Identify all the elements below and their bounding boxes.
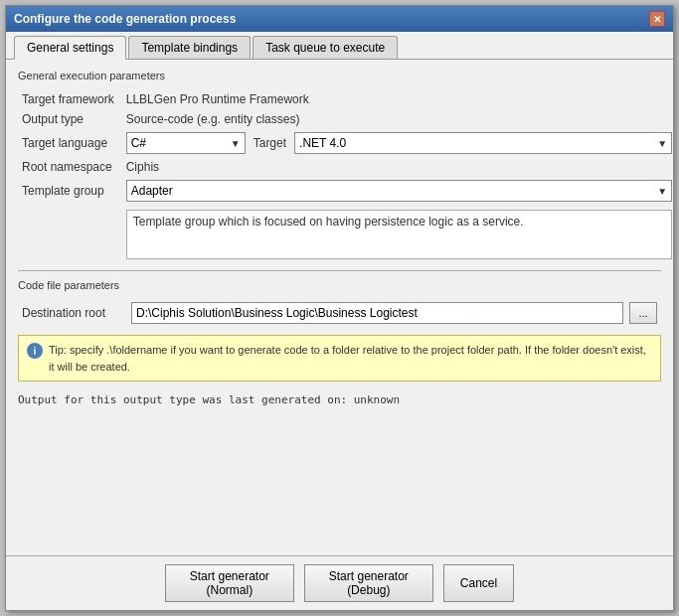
tip-box: i Tip: specify .\foldername if you want … bbox=[18, 335, 661, 382]
start-normal-button[interactable]: Start generator(Normal) bbox=[165, 564, 294, 602]
code-section-title: Code file parameters bbox=[18, 279, 661, 291]
dest-root-cell: ... bbox=[127, 299, 661, 327]
target-language-label: Target language bbox=[18, 129, 122, 157]
footer: Start generator(Normal) Start generator(… bbox=[6, 555, 673, 610]
tab-task-queue[interactable]: Task queue to execute bbox=[253, 36, 398, 59]
general-section-title: General execution parameters bbox=[18, 70, 661, 81]
target-language-arrow-icon: ▼ bbox=[231, 138, 241, 149]
template-group-arrow-icon: ▼ bbox=[657, 186, 667, 197]
tip-text: Tip: specify .\foldername if you want to… bbox=[49, 342, 652, 375]
table-row: Template group which is focused on havin… bbox=[18, 205, 673, 262]
table-row: Target framework LLBLGen Pro Runtime Fra… bbox=[18, 89, 673, 109]
content-area: General execution parameters Target fram… bbox=[6, 60, 673, 555]
template-group-dropdown[interactable]: Adapter ▼ bbox=[126, 180, 672, 202]
root-namespace-value: Ciphis bbox=[122, 157, 673, 177]
table-row: Output type Source-code (e.g. entity cla… bbox=[18, 109, 673, 129]
code-params-table: Destination root ... bbox=[18, 299, 661, 327]
start-debug-button[interactable]: Start generator(Debug) bbox=[304, 564, 433, 602]
root-namespace-label: Root namespace bbox=[18, 157, 122, 177]
info-icon: i bbox=[27, 343, 43, 359]
cancel-button[interactable]: Cancel bbox=[443, 564, 514, 602]
target-label: Target bbox=[254, 136, 286, 150]
title-bar: Configure the code generation process ✕ bbox=[6, 6, 673, 32]
dest-root-input[interactable] bbox=[131, 302, 623, 324]
start-debug-label: Start generator(Debug) bbox=[329, 569, 409, 597]
target-language-cell: C# ▼ Target .NET 4.0 ▼ bbox=[122, 129, 673, 157]
target-language-dropdown[interactable]: C# ▼ bbox=[126, 132, 246, 154]
target-framework-value: LLBLGen Pro Runtime Framework bbox=[122, 89, 673, 109]
target-language-value: C# bbox=[131, 136, 146, 150]
template-group-description: Template group which is focused on havin… bbox=[126, 210, 672, 259]
tab-template-bindings[interactable]: Template bindings bbox=[128, 36, 251, 59]
section-divider bbox=[18, 270, 661, 271]
main-window: Configure the code generation process ✕ … bbox=[5, 5, 674, 611]
general-params-table: Target framework LLBLGen Pro Runtime Fra… bbox=[18, 89, 673, 262]
template-group-value: Adapter bbox=[131, 184, 173, 198]
tabs-bar: General settings Template bindings Task … bbox=[6, 32, 673, 60]
target-version-arrow-icon: ▼ bbox=[657, 138, 667, 149]
close-button[interactable]: ✕ bbox=[649, 11, 665, 27]
table-row: Template group Adapter ▼ bbox=[18, 177, 673, 205]
window-title: Configure the code generation process bbox=[14, 12, 236, 26]
table-row: Destination root ... bbox=[18, 299, 661, 327]
target-version-dropdown[interactable]: .NET 4.0 ▼ bbox=[294, 132, 672, 154]
start-normal-label: Start generator(Normal) bbox=[190, 569, 269, 597]
table-row: Root namespace Ciphis bbox=[18, 157, 673, 177]
tab-general-settings[interactable]: General settings bbox=[14, 36, 126, 60]
target-framework-label: Target framework bbox=[18, 89, 122, 109]
table-row: Target language C# ▼ Target .NET 4.0 ▼ bbox=[18, 129, 673, 157]
output-type-label: Output type bbox=[18, 109, 122, 129]
dest-root-label: Destination root bbox=[18, 299, 127, 327]
last-generated-status: Output for this output type was last gen… bbox=[18, 393, 661, 406]
browse-button[interactable]: ... bbox=[629, 302, 657, 324]
target-version-value: .NET 4.0 bbox=[299, 136, 346, 150]
template-group-label: Template group bbox=[18, 177, 122, 205]
template-desc-spacer bbox=[18, 205, 122, 262]
template-group-cell: Adapter ▼ bbox=[122, 177, 673, 205]
output-type-value: Source-code (e.g. entity classes) bbox=[122, 109, 673, 129]
